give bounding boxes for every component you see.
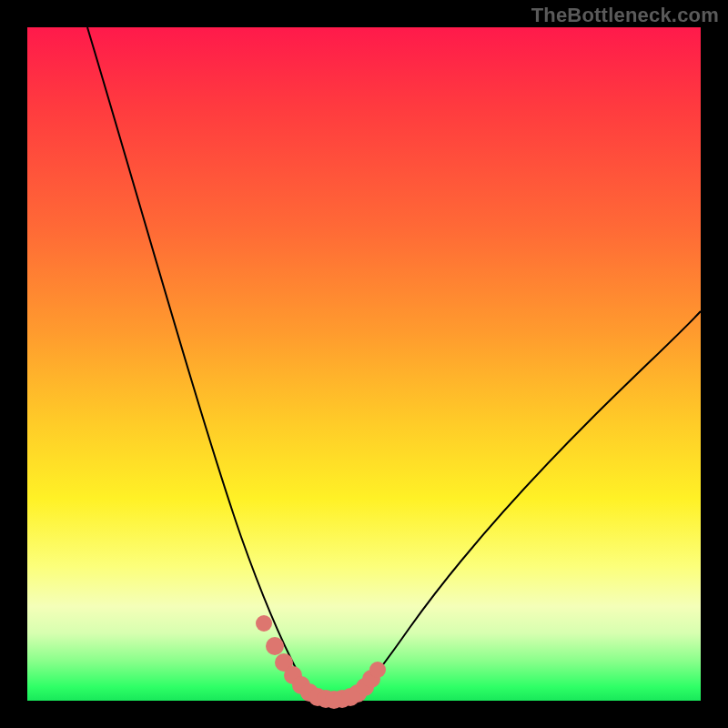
- chart-container: TheBottleneck.com: [0, 0, 728, 728]
- curve-left-branch: [87, 27, 317, 699]
- watermark-text: TheBottleneck.com: [531, 4, 719, 27]
- svg-point-1: [266, 637, 284, 655]
- plot-area: [27, 27, 701, 701]
- svg-point-0: [256, 615, 272, 632]
- curve-right-branch: [355, 311, 701, 699]
- curve-layer: [27, 27, 701, 701]
- svg-point-14: [369, 662, 386, 678]
- highlight-dots: [256, 615, 386, 709]
